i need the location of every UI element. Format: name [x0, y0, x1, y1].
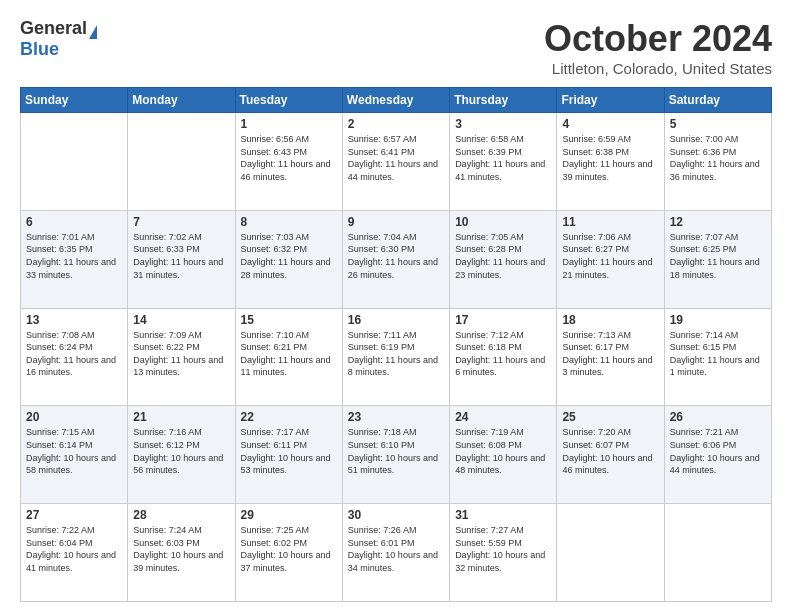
calendar-cell: 20Sunrise: 7:15 AM Sunset: 6:14 PM Dayli… — [21, 406, 128, 504]
day-number: 2 — [348, 117, 444, 131]
day-number: 14 — [133, 313, 229, 327]
calendar-cell: 29Sunrise: 7:25 AM Sunset: 6:02 PM Dayli… — [235, 504, 342, 602]
calendar-cell: 19Sunrise: 7:14 AM Sunset: 6:15 PM Dayli… — [664, 308, 771, 406]
calendar-cell: 7Sunrise: 7:02 AM Sunset: 6:33 PM Daylig… — [128, 210, 235, 308]
day-info: Sunrise: 7:14 AM Sunset: 6:15 PM Dayligh… — [670, 329, 766, 379]
day-info: Sunrise: 7:27 AM Sunset: 5:59 PM Dayligh… — [455, 524, 551, 574]
day-info: Sunrise: 7:20 AM Sunset: 6:07 PM Dayligh… — [562, 426, 658, 476]
day-info: Sunrise: 7:13 AM Sunset: 6:17 PM Dayligh… — [562, 329, 658, 379]
calendar-cell: 12Sunrise: 7:07 AM Sunset: 6:25 PM Dayli… — [664, 210, 771, 308]
day-info: Sunrise: 7:02 AM Sunset: 6:33 PM Dayligh… — [133, 231, 229, 281]
calendar-cell: 15Sunrise: 7:10 AM Sunset: 6:21 PM Dayli… — [235, 308, 342, 406]
calendar-cell: 14Sunrise: 7:09 AM Sunset: 6:22 PM Dayli… — [128, 308, 235, 406]
day-number: 31 — [455, 508, 551, 522]
day-number: 7 — [133, 215, 229, 229]
day-info: Sunrise: 7:06 AM Sunset: 6:27 PM Dayligh… — [562, 231, 658, 281]
title-section: October 2024 Littleton, Colorado, United… — [544, 18, 772, 77]
day-number: 28 — [133, 508, 229, 522]
day-info: Sunrise: 7:12 AM Sunset: 6:18 PM Dayligh… — [455, 329, 551, 379]
calendar-cell — [21, 113, 128, 211]
day-info: Sunrise: 7:10 AM Sunset: 6:21 PM Dayligh… — [241, 329, 337, 379]
calendar-cell — [557, 504, 664, 602]
day-number: 6 — [26, 215, 122, 229]
calendar-cell: 1Sunrise: 6:56 AM Sunset: 6:43 PM Daylig… — [235, 113, 342, 211]
day-info: Sunrise: 7:16 AM Sunset: 6:12 PM Dayligh… — [133, 426, 229, 476]
day-number: 22 — [241, 410, 337, 424]
day-number: 17 — [455, 313, 551, 327]
day-number: 8 — [241, 215, 337, 229]
header: General Blue October 2024 Littleton, Col… — [20, 18, 772, 77]
day-number: 13 — [26, 313, 122, 327]
weekday-header: Wednesday — [342, 88, 449, 113]
logo-blue-text: Blue — [20, 39, 59, 60]
day-info: Sunrise: 7:03 AM Sunset: 6:32 PM Dayligh… — [241, 231, 337, 281]
weekday-header: Saturday — [664, 88, 771, 113]
day-info: Sunrise: 7:25 AM Sunset: 6:02 PM Dayligh… — [241, 524, 337, 574]
calendar-cell: 25Sunrise: 7:20 AM Sunset: 6:07 PM Dayli… — [557, 406, 664, 504]
calendar-cell: 9Sunrise: 7:04 AM Sunset: 6:30 PM Daylig… — [342, 210, 449, 308]
day-info: Sunrise: 7:01 AM Sunset: 6:35 PM Dayligh… — [26, 231, 122, 281]
calendar-cell: 8Sunrise: 7:03 AM Sunset: 6:32 PM Daylig… — [235, 210, 342, 308]
day-info: Sunrise: 7:08 AM Sunset: 6:24 PM Dayligh… — [26, 329, 122, 379]
calendar-cell: 26Sunrise: 7:21 AM Sunset: 6:06 PM Dayli… — [664, 406, 771, 504]
day-info: Sunrise: 7:18 AM Sunset: 6:10 PM Dayligh… — [348, 426, 444, 476]
day-number: 1 — [241, 117, 337, 131]
location-title: Littleton, Colorado, United States — [544, 60, 772, 77]
day-info: Sunrise: 6:59 AM Sunset: 6:38 PM Dayligh… — [562, 133, 658, 183]
weekday-header: Monday — [128, 88, 235, 113]
day-number: 27 — [26, 508, 122, 522]
calendar-cell — [664, 504, 771, 602]
calendar-cell: 3Sunrise: 6:58 AM Sunset: 6:39 PM Daylig… — [450, 113, 557, 211]
day-info: Sunrise: 7:24 AM Sunset: 6:03 PM Dayligh… — [133, 524, 229, 574]
calendar-week-row: 20Sunrise: 7:15 AM Sunset: 6:14 PM Dayli… — [21, 406, 772, 504]
calendar-cell: 31Sunrise: 7:27 AM Sunset: 5:59 PM Dayli… — [450, 504, 557, 602]
calendar-cell: 22Sunrise: 7:17 AM Sunset: 6:11 PM Dayli… — [235, 406, 342, 504]
calendar-cell: 16Sunrise: 7:11 AM Sunset: 6:19 PM Dayli… — [342, 308, 449, 406]
weekday-header: Sunday — [21, 88, 128, 113]
calendar-cell: 28Sunrise: 7:24 AM Sunset: 6:03 PM Dayli… — [128, 504, 235, 602]
logo-arrow-icon — [89, 25, 97, 39]
calendar-week-row: 13Sunrise: 7:08 AM Sunset: 6:24 PM Dayli… — [21, 308, 772, 406]
weekday-header: Tuesday — [235, 88, 342, 113]
day-info: Sunrise: 7:11 AM Sunset: 6:19 PM Dayligh… — [348, 329, 444, 379]
day-number: 5 — [670, 117, 766, 131]
day-info: Sunrise: 7:26 AM Sunset: 6:01 PM Dayligh… — [348, 524, 444, 574]
day-info: Sunrise: 7:05 AM Sunset: 6:28 PM Dayligh… — [455, 231, 551, 281]
logo-general-text: General — [20, 18, 87, 39]
day-number: 23 — [348, 410, 444, 424]
logo: General Blue — [20, 18, 97, 60]
calendar-week-row: 27Sunrise: 7:22 AM Sunset: 6:04 PM Dayli… — [21, 504, 772, 602]
calendar-week-row: 6Sunrise: 7:01 AM Sunset: 6:35 PM Daylig… — [21, 210, 772, 308]
day-number: 12 — [670, 215, 766, 229]
day-info: Sunrise: 7:09 AM Sunset: 6:22 PM Dayligh… — [133, 329, 229, 379]
calendar-cell: 27Sunrise: 7:22 AM Sunset: 6:04 PM Dayli… — [21, 504, 128, 602]
day-info: Sunrise: 7:04 AM Sunset: 6:30 PM Dayligh… — [348, 231, 444, 281]
calendar-cell: 11Sunrise: 7:06 AM Sunset: 6:27 PM Dayli… — [557, 210, 664, 308]
weekday-header: Thursday — [450, 88, 557, 113]
day-number: 11 — [562, 215, 658, 229]
calendar-cell: 30Sunrise: 7:26 AM Sunset: 6:01 PM Dayli… — [342, 504, 449, 602]
day-number: 9 — [348, 215, 444, 229]
day-number: 10 — [455, 215, 551, 229]
calendar-week-row: 1Sunrise: 6:56 AM Sunset: 6:43 PM Daylig… — [21, 113, 772, 211]
day-number: 19 — [670, 313, 766, 327]
calendar-table: SundayMondayTuesdayWednesdayThursdayFrid… — [20, 87, 772, 602]
day-number: 26 — [670, 410, 766, 424]
day-info: Sunrise: 7:19 AM Sunset: 6:08 PM Dayligh… — [455, 426, 551, 476]
day-info: Sunrise: 7:21 AM Sunset: 6:06 PM Dayligh… — [670, 426, 766, 476]
day-number: 29 — [241, 508, 337, 522]
day-number: 30 — [348, 508, 444, 522]
calendar-cell: 13Sunrise: 7:08 AM Sunset: 6:24 PM Dayli… — [21, 308, 128, 406]
day-number: 3 — [455, 117, 551, 131]
calendar-cell: 2Sunrise: 6:57 AM Sunset: 6:41 PM Daylig… — [342, 113, 449, 211]
page: General Blue October 2024 Littleton, Col… — [0, 0, 792, 612]
day-number: 15 — [241, 313, 337, 327]
day-info: Sunrise: 7:00 AM Sunset: 6:36 PM Dayligh… — [670, 133, 766, 183]
day-info: Sunrise: 6:56 AM Sunset: 6:43 PM Dayligh… — [241, 133, 337, 183]
calendar-cell: 5Sunrise: 7:00 AM Sunset: 6:36 PM Daylig… — [664, 113, 771, 211]
calendar-cell: 23Sunrise: 7:18 AM Sunset: 6:10 PM Dayli… — [342, 406, 449, 504]
calendar-cell: 24Sunrise: 7:19 AM Sunset: 6:08 PM Dayli… — [450, 406, 557, 504]
weekday-header: Friday — [557, 88, 664, 113]
day-info: Sunrise: 7:17 AM Sunset: 6:11 PM Dayligh… — [241, 426, 337, 476]
calendar-cell — [128, 113, 235, 211]
